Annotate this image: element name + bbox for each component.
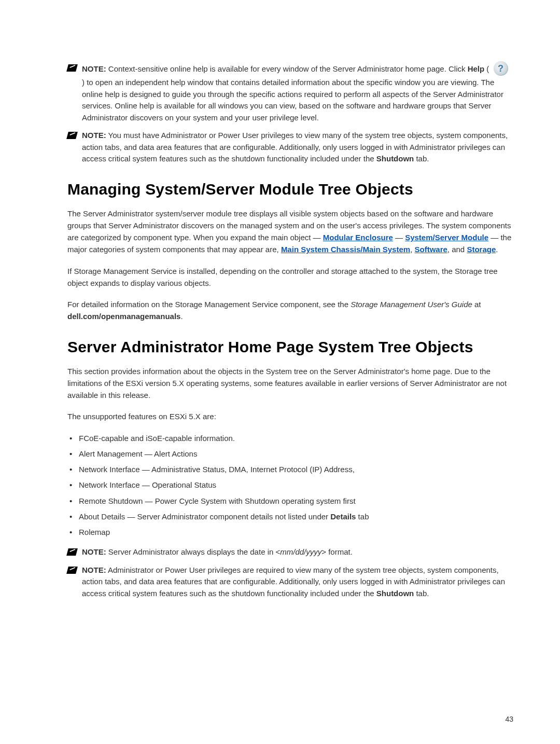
note-block-1: NOTE: Context-sensitive online help is a…: [67, 62, 513, 123]
shutdown-bold: Shutdown: [376, 154, 414, 163]
help-icon: ?: [494, 61, 508, 76]
note-text: NOTE: Server Administrator always displa…: [82, 546, 513, 558]
li6-bold: Details: [330, 512, 356, 521]
note-text: NOTE: Administrator or Power User privil…: [82, 564, 513, 600]
note2-text: You must have Administrator or Power Use…: [82, 131, 508, 163]
p3-pre: For detailed information on the Storage …: [67, 300, 351, 309]
list-item: About Details — Server Administrator com…: [67, 511, 513, 522]
paragraph-4: This section provides information about …: [67, 365, 513, 402]
li6-pre: About Details — Server Administrator com…: [79, 512, 330, 521]
note-text: NOTE: You must have Administrator or Pow…: [82, 130, 513, 165]
note1-pre: Context-sensitive online help is availab…: [106, 64, 468, 73]
paragraph-2: If Storage Management Service is install…: [67, 265, 513, 290]
list-item: Remote Shutdown — Power Cycle System wit…: [67, 495, 513, 507]
period: .: [496, 245, 498, 254]
note-label: NOTE:: [82, 64, 106, 73]
paragraph-3: For detailed information on the Storage …: [67, 298, 513, 323]
p3-bold: dell.com/openmanagemanuals: [67, 312, 180, 321]
note4-text: Administrator or Power User privileges a…: [82, 566, 505, 598]
p3-period: .: [180, 312, 183, 321]
note-block-2: NOTE: You must have Administrator or Pow…: [67, 130, 513, 165]
and-text: , and: [447, 245, 467, 254]
link-system-server-module[interactable]: System/Server Module: [405, 233, 488, 242]
note-icon: [66, 132, 78, 139]
page-number: 43: [505, 715, 513, 723]
list-item: Rolemap: [67, 526, 513, 538]
list-item: Network Interface — Operational Status: [67, 479, 513, 491]
heading-managing: Managing System/Server Module Tree Objec…: [67, 181, 513, 198]
note-icon: [66, 567, 78, 574]
dash1: —: [393, 233, 405, 242]
li6-post: tab: [356, 512, 369, 521]
note3-post: > format.: [321, 547, 353, 556]
note-label: NOTE:: [82, 131, 106, 140]
note-block-4: NOTE: Administrator or Power User privil…: [67, 564, 513, 600]
shutdown-bold: Shutdown: [376, 589, 414, 598]
note1-post: to open an independent help window that …: [82, 78, 503, 122]
note-label: NOTE:: [82, 566, 106, 574]
note3-pre: Server Administrator always displays the…: [106, 547, 281, 556]
unsupported-features-list: FCoE-capable and iSoE-capable informatio…: [67, 432, 513, 539]
link-software[interactable]: Software: [414, 245, 447, 254]
document-page: NOTE: Context-sensitive online help is a…: [0, 0, 560, 744]
note2-tail: tab.: [414, 154, 429, 163]
p3-italic: Storage Management User's Guide: [351, 300, 472, 309]
heading-home-page-tree: Server Administrator Home Page System Tr…: [67, 338, 513, 356]
link-storage[interactable]: Storage: [467, 245, 496, 254]
p3-at: at: [472, 300, 481, 309]
paragraph-1: The Server Administrator system/server m…: [67, 208, 513, 256]
note3-italic: mm/dd/yyyy: [280, 547, 321, 556]
note-icon: [66, 548, 78, 556]
list-item: Alert Management — Alert Actions: [67, 448, 513, 460]
help-bold: Help: [468, 64, 485, 73]
paragraph-5: The unsupported features on ESXi 5.X are…: [67, 410, 513, 422]
note4-tail: tab.: [414, 589, 429, 598]
note-block-3: NOTE: Server Administrator always displa…: [67, 546, 513, 558]
note-label: NOTE:: [82, 547, 106, 556]
note-text: NOTE: Context-sensitive online help is a…: [82, 62, 513, 123]
note-icon: [66, 64, 78, 72]
link-main-system-chassis[interactable]: Main System Chassis/Main System: [281, 245, 410, 254]
list-item: FCoE-capable and iSoE-capable informatio…: [67, 432, 513, 444]
list-item: Network Interface — Administrative Statu…: [67, 463, 513, 475]
link-modular-enclosure[interactable]: Modular Enclosure: [323, 233, 393, 242]
